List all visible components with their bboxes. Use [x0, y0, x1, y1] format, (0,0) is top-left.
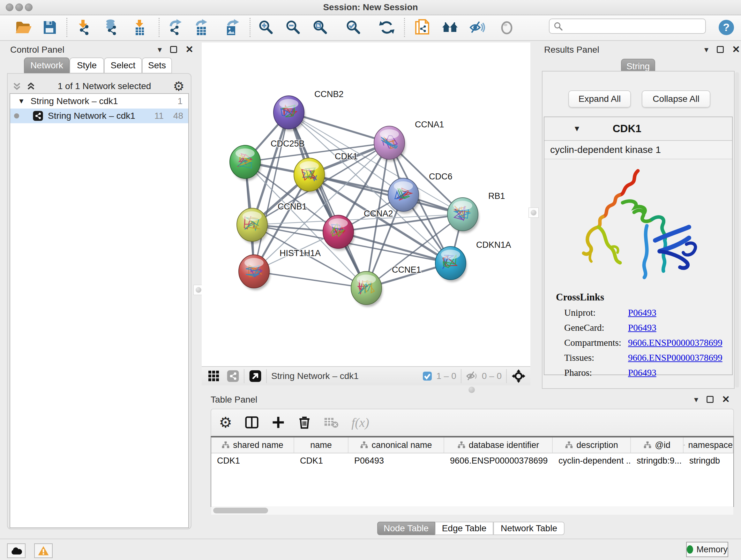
collapse-all-button[interactable]: Collapse All: [642, 90, 711, 108]
zoom-selected-icon[interactable]: [345, 18, 362, 37]
help-icon[interactable]: ?: [718, 18, 735, 37]
column-header-database-identifier[interactable]: database identifier: [444, 437, 553, 453]
network-collection-row[interactable]: ▼ String Network – cdk1 1: [10, 94, 188, 109]
collection-count: 1: [178, 96, 183, 106]
tab-select[interactable]: Select: [104, 57, 142, 73]
table-cell[interactable]: P06493: [348, 453, 444, 468]
tab-style[interactable]: Style: [70, 57, 104, 73]
results-panel-float-icon[interactable]: [717, 46, 724, 53]
crosslink-label: Compartments:: [564, 337, 628, 348]
memory-button[interactable]: Memory: [686, 542, 728, 557]
node-label-CCNA2: CCNA2: [364, 209, 393, 219]
column-header--id[interactable]: @id: [631, 437, 684, 453]
crosslink-link[interactable]: P06493: [628, 307, 657, 318]
table-horizontal-scrollbar[interactable]: [211, 506, 733, 515]
status-bar: Memory: [0, 539, 741, 560]
memory-label: Memory: [696, 545, 728, 555]
add-column-icon[interactable]: [272, 416, 285, 429]
import-network-icon[interactable]: [74, 18, 92, 37]
gene-card: ▼ CDK1 cyclin-dependent kinase 1 CrossLi…: [544, 117, 733, 375]
export-image-icon[interactable]: [223, 18, 241, 37]
graph-node-RB1[interactable]: RB1: [448, 191, 505, 233]
table-settings-gear-icon[interactable]: ⚙: [219, 415, 232, 430]
control-panel: Control Panel ▾ ✕ Network Style Select S…: [4, 42, 196, 535]
crosslink-link[interactable]: P06493: [628, 368, 657, 378]
save-session-icon[interactable]: [41, 18, 58, 37]
results-panel-close-icon[interactable]: ✕: [732, 45, 740, 54]
table-scrollbar-thumb[interactable]: [213, 508, 268, 513]
network-row-selected[interactable]: String Network – cdk1 11 48: [10, 109, 188, 123]
tab-sets[interactable]: Sets: [142, 57, 172, 73]
open-session-icon[interactable]: [14, 18, 32, 37]
tab-edge-table[interactable]: Edge Table: [435, 522, 493, 535]
hidden-count: 0 – 0: [482, 371, 502, 381]
column-header-name[interactable]: name: [294, 437, 348, 453]
delete-column-icon[interactable]: [298, 416, 311, 429]
grid-view-icon[interactable]: [208, 370, 219, 382]
table-panel-float-icon[interactable]: [706, 396, 714, 403]
node-table[interactable]: shared namenamecanonical namedatabase id…: [211, 436, 734, 507]
home-icon[interactable]: [441, 18, 459, 37]
import-table-icon[interactable]: [131, 18, 148, 37]
tab-node-table[interactable]: Node Table: [377, 522, 435, 535]
zoom-out-icon[interactable]: [284, 18, 302, 37]
control-panel-close-icon[interactable]: ✕: [185, 45, 193, 54]
search-input[interactable]: [549, 18, 706, 34]
collapse-all-icon[interactable]: [12, 81, 22, 91]
network-canvas[interactable]: CCNB2CCNA1CDC25BCDK1CDC6RB1CCNB1CCNA2CDK…: [202, 43, 530, 366]
node-label-RB1: RB1: [488, 191, 505, 201]
crosslink-link[interactable]: 9606.ENSP00000378699: [628, 337, 723, 348]
refresh-icon[interactable]: [378, 18, 396, 37]
expand-all-icon[interactable]: [26, 81, 36, 91]
table-row[interactable]: CDK1CDK1P064939606.ENSP00000378699cyclin…: [211, 453, 733, 468]
eye-icon[interactable]: [498, 18, 516, 37]
hide-panel-eye-icon[interactable]: [468, 18, 486, 37]
tab-network-table[interactable]: Network Table: [493, 522, 564, 535]
crosslink-link[interactable]: P06493: [628, 322, 657, 333]
hidden-eye-icon[interactable]: [466, 371, 479, 381]
tree-expand-icon[interactable]: ▼: [18, 97, 25, 105]
table-cell[interactable]: stringdb:9...: [631, 453, 684, 468]
import-database-icon[interactable]: [102, 18, 119, 37]
selected-checkbox-icon[interactable]: [422, 371, 432, 381]
table-cell[interactable]: CDK1: [294, 453, 348, 468]
network-options-gear-icon[interactable]: ⚙: [173, 80, 185, 92]
crosslink-link[interactable]: 9606.ENSP00000378699: [628, 353, 723, 363]
node-label-CDKN1A: CDKN1A: [476, 240, 511, 250]
string-document-icon[interactable]: [413, 18, 431, 37]
share-view-icon[interactable]: [226, 370, 239, 382]
control-panel-collapse-icon[interactable]: ▾: [158, 45, 162, 54]
table-cell[interactable]: CDK1: [211, 453, 294, 468]
graph-node-HIST1H1A[interactable]: HIST1H1A: [239, 248, 321, 290]
birds-eye-view-icon[interactable]: [249, 370, 262, 382]
tab-network[interactable]: Network: [24, 57, 70, 73]
cloud-status-button[interactable]: [7, 543, 25, 558]
graph-node-CDKN1A[interactable]: CDKN1A: [435, 240, 511, 282]
warning-status-button[interactable]: [34, 543, 53, 558]
results-panel-collapse-icon[interactable]: ▾: [704, 45, 709, 54]
export-network-icon[interactable]: [166, 18, 184, 37]
graph-node-CCNA1[interactable]: CCNA1: [374, 120, 444, 162]
column-header-namespace[interactable]: namespace: [684, 437, 733, 453]
fit-content-crosshair-icon[interactable]: [511, 369, 526, 383]
table-panel-collapse-icon[interactable]: ▾: [694, 395, 698, 403]
column-header-description[interactable]: description: [553, 437, 631, 453]
table-cell[interactable]: stringdb: [684, 453, 733, 468]
horizontal-splitter-handle[interactable]: [468, 387, 475, 393]
results-scrollbar[interactable]: [735, 72, 739, 388]
show-columns-icon[interactable]: [245, 415, 259, 429]
crosslink-label: GeneCard:: [564, 322, 628, 333]
table-panel-close-icon[interactable]: ✕: [722, 395, 730, 404]
graph-node-CCNE1[interactable]: CCNE1: [351, 265, 421, 307]
graph-node-CDC25B[interactable]: CDC25B: [230, 139, 305, 181]
gene-collapse-icon[interactable]: ▼: [573, 124, 581, 133]
export-table-icon[interactable]: [192, 18, 210, 37]
expand-all-button[interactable]: Expand All: [568, 90, 631, 108]
control-panel-float-icon[interactable]: [170, 46, 177, 53]
zoom-in-icon[interactable]: [257, 18, 275, 37]
table-cell[interactable]: 9606.ENSP00000378699: [444, 453, 553, 468]
table-cell[interactable]: cyclin-dependent ...: [553, 453, 631, 468]
zoom-fit-icon[interactable]: [312, 18, 329, 37]
column-header-shared-name[interactable]: shared name: [211, 437, 294, 453]
column-header-canonical-name[interactable]: canonical name: [348, 437, 444, 453]
